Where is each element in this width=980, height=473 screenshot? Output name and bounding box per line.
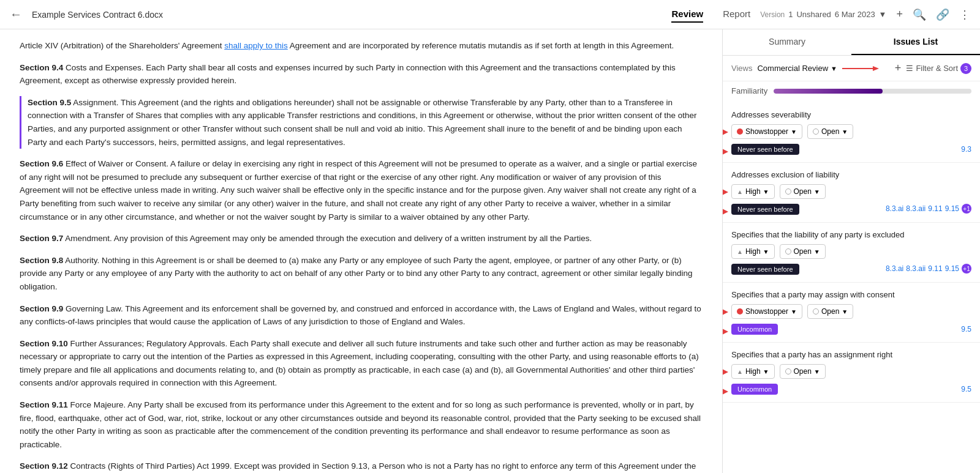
severity-label: High (745, 247, 761, 256)
chevron-up-icon: ▲ (737, 368, 743, 375)
section-links: 9.5 (961, 385, 971, 393)
svg-marker-9 (723, 209, 728, 215)
tab-summary[interactable]: Summary (723, 29, 851, 55)
version-date: 6 Mar 2023 (835, 10, 875, 19)
svg-marker-11 (723, 309, 728, 315)
svg-marker-7 (723, 189, 728, 195)
topbar-icons: 🔍 🔗 ⋮ (913, 8, 970, 21)
issue-card: Addresses severability Showstopper ▼ (723, 103, 980, 163)
severity-button[interactable]: Showstopper ▼ (731, 124, 802, 139)
red-arrow-indicator (842, 64, 879, 73)
back-button[interactable]: ← (10, 7, 22, 21)
status-label: Open (794, 187, 812, 196)
arrow-indicator (723, 385, 728, 398)
views-label: Views (731, 64, 752, 73)
section-links: 9.3 (961, 145, 971, 154)
issue-controls: ▲ High ▼ Open ▼ (731, 364, 971, 379)
version-chevron[interactable]: ▼ (879, 10, 887, 19)
issue-controls: Showstopper ▼ Open ▼ (731, 304, 971, 319)
version-area: Version 1 Unshared 6 Mar 2023 ▼ (760, 10, 886, 19)
severity-label: High (745, 187, 761, 196)
section-link[interactable]: 9.3 (961, 145, 971, 154)
section-link[interactable]: 9.15 (945, 264, 959, 273)
chevron-up-icon: ▲ (737, 188, 743, 195)
section-link[interactable]: 9.11 (928, 204, 942, 213)
arrow-indicator (723, 145, 728, 158)
chevron-down-icon: ▼ (842, 128, 848, 135)
chevron-down-icon: ▼ (814, 188, 820, 195)
chevron-down-icon: ▼ (831, 65, 837, 72)
share-icon[interactable]: 🔗 (936, 8, 949, 21)
doc-paragraph: Section 9.10 Further Assurances; Regulat… (20, 337, 703, 390)
tab-report[interactable]: Report (723, 6, 750, 23)
tag-button[interactable]: Never seen before (731, 144, 799, 155)
severity-button[interactable]: ▲ High ▼ (731, 364, 775, 379)
status-circle (785, 188, 791, 195)
chevron-down-icon: ▼ (814, 368, 820, 375)
severity-button[interactable]: ▲ High ▼ (731, 244, 775, 259)
search-icon[interactable]: 🔍 (913, 8, 926, 21)
version-label: Version (760, 10, 785, 19)
issue-title: Specifies that a party has an assignment… (731, 350, 971, 359)
doc-paragraph: Section 9.9 Governing Law. This Agreemen… (20, 302, 703, 329)
familiarity-bar-fill (774, 89, 883, 94)
chevron-down-icon: ▼ (763, 368, 769, 375)
familiarity-row: Familiarity (723, 81, 980, 98)
issue-card: Specifies that a party has an assignment… (723, 343, 980, 403)
severity-button[interactable]: Showstopper ▼ (731, 304, 802, 319)
status-circle (813, 308, 819, 315)
section-link[interactable]: 8.3.ai (886, 264, 903, 273)
status-button[interactable]: Open ▼ (807, 304, 853, 319)
status-label: Open (821, 307, 839, 316)
section-link[interactable]: 8.3.aii (906, 204, 925, 213)
svg-marker-3 (723, 129, 728, 135)
arrow-indicator (723, 185, 728, 199)
issue-title: Addresses severability (731, 110, 971, 119)
arrow-indicator (723, 125, 728, 139)
chevron-down-icon: ▼ (814, 248, 820, 255)
nav-tabs: Review Report (671, 6, 750, 23)
status-circle (785, 368, 791, 374)
add-version-button[interactable]: + (896, 8, 903, 21)
chevron-down-icon: ▼ (763, 248, 769, 255)
tab-review[interactable]: Review (671, 6, 703, 23)
doc-paragraph: Section 9.5 Assignment. This Agreement (… (20, 96, 703, 149)
status-button[interactable]: Open ▼ (780, 184, 826, 199)
section-link[interactable]: 9.5 (961, 325, 971, 333)
doc-paragraph: Section 9.4 Costs and Expenses. Each Par… (20, 61, 703, 88)
tag-button[interactable]: Uncommon (731, 324, 778, 335)
doc-paragraph: Section 9.11 Force Majeure. Any Party sh… (20, 398, 703, 451)
add-view-button[interactable]: + (895, 62, 902, 75)
arrow-indicator (723, 305, 728, 319)
chevron-down-icon: ▼ (763, 188, 769, 195)
more-icon[interactable]: ⋮ (959, 8, 970, 21)
status-button[interactable]: Open ▼ (807, 124, 853, 139)
status-button[interactable]: Open ▼ (780, 364, 826, 379)
issue-controls: Showstopper ▼ Open ▼ (731, 124, 971, 139)
issue-title: Specifies that the liability of any part… (731, 230, 971, 239)
svg-marker-13 (723, 329, 728, 335)
issue-card: Specifies that the liability of any part… (723, 223, 980, 283)
doc-paragraph: Section 9.8 Authority. Nothing in this A… (20, 254, 703, 294)
section-link[interactable]: 9.5 (961, 385, 971, 393)
familiarity-label: Familiarity (731, 86, 767, 95)
section-link[interactable]: 9.11 (928, 264, 942, 273)
arrow-indicator (723, 365, 728, 379)
status-button[interactable]: Open ▼ (780, 244, 826, 259)
tag-button[interactable]: Never seen before (731, 264, 799, 275)
tab-issues-list[interactable]: Issues List (851, 29, 980, 55)
tag-button[interactable]: Never seen before (731, 204, 799, 215)
doc-paragraph: Section 9.6 Effect of Waiver or Consent.… (20, 157, 703, 223)
tag-button[interactable]: Uncommon (731, 384, 778, 395)
severity-button[interactable]: ▲ High ▼ (731, 184, 775, 199)
tag-row: Never seen before (731, 144, 971, 155)
filter-sort-button[interactable]: ☰ Filter & Sort 3 (906, 63, 971, 74)
chevron-down-icon: ▼ (842, 308, 848, 315)
section-link[interactable]: 9.15 (945, 204, 959, 213)
section-links: 8.3.ai 8.3.aii 9.11 9.15 +1 (886, 264, 971, 274)
doc-title: Example Services Contract 6.docx (32, 10, 662, 20)
section-link[interactable]: 8.3.ai (886, 204, 903, 213)
svg-marker-5 (723, 149, 728, 155)
section-link[interactable]: 8.3.aii (906, 264, 925, 273)
views-dropdown[interactable]: Commercial Review ▼ (757, 64, 837, 73)
